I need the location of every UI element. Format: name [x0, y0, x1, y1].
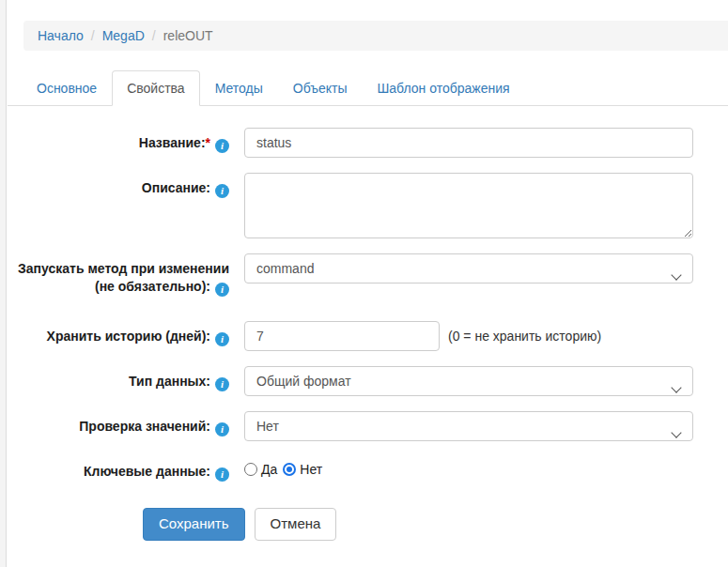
data-type-label: Тип данных:i — [8, 366, 229, 396]
breadcrumb-current-releout: releOUT — [163, 28, 213, 43]
required-asterisk: * — [206, 135, 210, 150]
description-textarea[interactable] — [244, 173, 693, 238]
breadcrumb-link-megad[interactable]: MegaD — [102, 28, 145, 43]
form-row-description: Описание:i — [8, 173, 728, 238]
breadcrumb: Начало / MegaD / releOUT — [23, 21, 728, 51]
data-type-label-text: Тип данных: — [129, 374, 210, 389]
radio-no-label: Нет — [300, 462, 322, 477]
name-label-text: Название: — [139, 135, 206, 150]
save-button[interactable]: Сохранить — [143, 508, 245, 541]
breadcrumb-separator: / — [145, 28, 163, 43]
info-icon[interactable]: i — [215, 332, 229, 346]
info-icon[interactable]: i — [215, 422, 229, 437]
window-left-gutter — [0, 0, 7, 567]
history-label-text: Хранить историю (дней): — [47, 329, 210, 344]
info-icon[interactable]: i — [215, 467, 229, 482]
method-on-change-select[interactable]: command — [244, 253, 693, 284]
form-row-method-on-change: Запускать метод при изменении (не обязат… — [8, 253, 728, 297]
method-on-change-control: command — [244, 253, 693, 297]
history-days-input[interactable] — [244, 321, 440, 351]
method-on-change-label: Запускать метод при изменении (не обязат… — [8, 253, 229, 297]
page: Начало / MegaD / releOUT Основное Свойст… — [8, 0, 728, 541]
form-row-key-data: Ключевые данные:i Да Нет — [8, 456, 728, 482]
key-data-label: Ключевые данные:i — [8, 456, 229, 482]
info-icon[interactable]: i — [215, 283, 229, 297]
radio-yes-label: Да — [261, 462, 277, 477]
breadcrumb-link-home[interactable]: Начало — [38, 28, 84, 43]
method-select-wrap: command — [244, 261, 693, 276]
form-row-validation: Проверка значений:i Нет — [8, 411, 728, 441]
info-icon[interactable]: i — [215, 377, 229, 391]
validation-control: Нет — [244, 411, 693, 441]
form-actions: Сохранить Отмена — [143, 508, 728, 541]
radio-option-yes[interactable]: Да — [244, 462, 277, 477]
form-row-data-type: Тип данных:i Общий формат — [8, 366, 728, 396]
history-control: (0 = не хранить историю) — [244, 321, 693, 351]
description-control — [244, 173, 693, 238]
description-label-text: Описание: — [142, 180, 210, 195]
validation-select-wrap: Нет — [244, 419, 693, 434]
tab-objects[interactable]: Объекты — [278, 70, 363, 106]
key-data-radio-group: Да Нет — [244, 456, 693, 477]
data-type-select[interactable]: Общий формат — [244, 366, 693, 396]
validation-select[interactable]: Нет — [244, 411, 693, 441]
name-control — [244, 128, 693, 158]
tab-properties[interactable]: Свойства — [112, 70, 199, 106]
radio-option-no[interactable]: Нет — [283, 462, 322, 477]
radio-unchecked-icon[interactable] — [244, 463, 257, 476]
key-data-label-text: Ключевые данные: — [84, 464, 210, 479]
validation-label: Проверка значений:i — [8, 411, 229, 441]
info-icon[interactable]: i — [215, 184, 229, 198]
history-hint: (0 = не хранить историю) — [448, 329, 601, 344]
description-label: Описание:i — [8, 173, 229, 238]
method-on-change-label-text: Запускать метод при изменении (не обязат… — [18, 261, 229, 294]
form-row-history: Хранить историю (дней):i (0 = не хранить… — [8, 321, 728, 351]
tab-bar: Основное Свойства Методы Объекты Шаблон … — [8, 70, 728, 106]
info-icon[interactable]: i — [215, 139, 229, 153]
form-row-name: Название:*i — [8, 128, 728, 158]
key-data-control: Да Нет — [244, 456, 693, 482]
cancel-button[interactable]: Отмена — [255, 508, 337, 541]
data-type-control: Общий формат — [244, 366, 693, 396]
name-label: Название:*i — [8, 128, 229, 158]
tab-display-template[interactable]: Шаблон отображения — [363, 70, 525, 106]
radio-checked-icon[interactable] — [283, 463, 296, 476]
breadcrumb-separator: / — [84, 28, 102, 43]
history-label: Хранить историю (дней):i — [8, 321, 229, 351]
data-type-select-wrap: Общий формат — [244, 374, 693, 389]
name-input[interactable] — [244, 128, 693, 158]
tab-methods[interactable]: Методы — [200, 70, 278, 106]
tab-main[interactable]: Основное — [22, 70, 112, 106]
property-form: Название:*i Описание:i Запускать метод п… — [8, 128, 728, 541]
validation-label-text: Проверка значений: — [79, 419, 210, 434]
